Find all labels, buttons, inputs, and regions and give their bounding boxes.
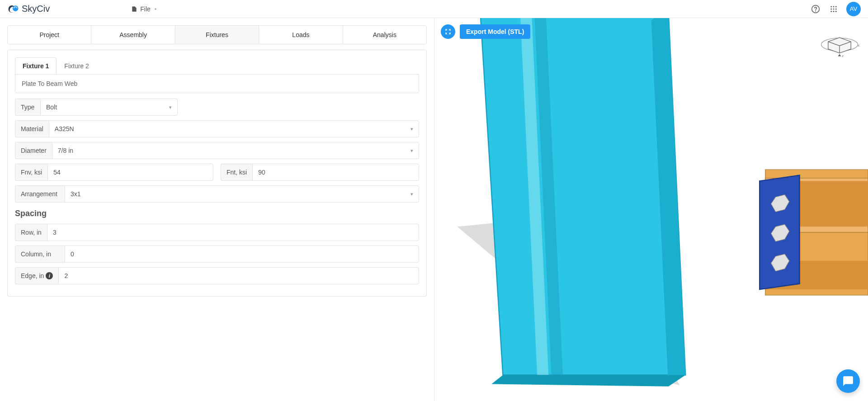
chevron-down-icon [153,7,158,11]
svg-point-5 [835,6,837,7]
help-button[interactable] [810,4,821,14]
chevron-down-icon: ▾ [410,126,413,132]
label-type: Type [15,99,40,116]
fixtures-panel: Fixture 1 Fixture 2 Plate To Beam Web Ty… [7,50,427,297]
main-layout: Project Assembly Fixtures Loads Analysis… [0,18,868,401]
svg-point-9 [830,10,832,12]
brand-logo: SkyCiv [7,3,50,15]
svg-point-4 [833,6,835,7]
tab-analysis[interactable]: Analysis [343,26,426,44]
tab-project[interactable]: Project [8,26,91,44]
input-row[interactable]: 3 [47,224,419,241]
field-diameter: Diameter 7/8 in ▾ [15,142,419,159]
help-icon [811,5,820,14]
brand-text: SkyCiv [22,4,50,14]
svg-point-6 [830,8,832,9]
label-row: Row, in [15,224,47,241]
svg-point-2 [816,10,816,11]
left-panel: Project Assembly Fixtures Loads Analysis… [0,18,434,401]
chevron-down-icon: ▾ [410,191,413,197]
svg-point-3 [830,6,832,7]
label-diameter: Diameter [15,142,52,159]
label-fnt: Fnt, ksi [221,164,252,181]
chat-icon [842,375,854,387]
subtab-fixture-2[interactable]: Fixture 2 [57,57,96,74]
svg-point-8 [835,8,837,9]
svg-point-0 [13,5,19,11]
skyciv-logo-icon [7,3,20,15]
export-model-button[interactable]: Export Model (STL) [460,24,530,39]
fixture-title: Plate To Beam Web [15,74,419,93]
spacing-heading: Spacing [15,209,419,218]
avatar-initials: AV [850,5,857,12]
field-fnv-fnt: Fnv, ksi 54 Fnt, ksi 90 [15,164,419,181]
input-fnt[interactable]: 90 [252,164,419,181]
chat-button[interactable] [836,369,860,393]
input-fnv[interactable]: 54 [47,164,213,181]
tab-assembly[interactable]: Assembly [91,26,175,44]
apps-grid-icon [830,5,838,13]
svg-point-7 [833,8,835,9]
field-type: Type Bolt ▾ [15,99,419,116]
field-column-spacing: Column, in 0 [15,245,419,263]
dropdown-type[interactable]: Bolt ▾ [40,99,178,116]
main-tabs: Project Assembly Fixtures Loads Analysis [7,25,427,44]
fullscreen-button[interactable] [441,24,455,39]
input-edge[interactable]: 2 [58,267,419,284]
dropdown-arrangement[interactable]: 3x1 ▾ [65,185,419,203]
topbar-right: AV [810,2,861,16]
user-avatar[interactable]: AV [846,2,861,16]
svg-marker-24 [491,375,685,386]
view-cube-icon: x z [819,26,860,59]
label-arrangement: Arrangement [15,185,65,203]
field-row-spacing: Row, in 3 [15,224,419,241]
svg-point-10 [833,10,835,12]
apps-button[interactable] [828,4,839,14]
tab-loads[interactable]: Loads [259,26,343,44]
label-edge: Edge, in i [15,267,58,284]
svg-text:x: x [858,43,860,47]
input-column[interactable]: 0 [65,245,419,263]
field-arrangement: Arrangement 3x1 ▾ [15,185,419,203]
chevron-down-icon: ▾ [169,104,172,110]
file-icon [131,6,137,12]
model-render [434,18,868,401]
viewport-3d[interactable]: Export Model (STL) x z [434,18,868,401]
view-cube[interactable]: x z [819,26,860,58]
file-menu[interactable]: File [131,5,158,13]
dropdown-material[interactable]: A325N ▾ [49,120,419,137]
dropdown-diameter[interactable]: 7/8 in ▾ [52,142,419,159]
label-material: Material [15,120,49,137]
topbar: SkyCiv File AV [0,0,868,18]
file-menu-label: File [140,5,151,13]
label-fnv: Fnv, ksi [15,164,47,181]
field-edge-spacing: Edge, in i 2 [15,267,419,284]
field-material: Material A325N ▾ [15,120,419,137]
svg-text:z: z [842,54,843,57]
label-column: Column, in [15,245,65,263]
chevron-down-icon: ▾ [410,148,413,154]
viewport-controls: Export Model (STL) [441,24,530,39]
info-icon[interactable]: i [46,272,53,279]
compress-icon [445,28,451,35]
svg-point-11 [835,10,837,12]
tab-fixtures[interactable]: Fixtures [175,26,259,44]
subtab-fixture-1[interactable]: Fixture 1 [15,57,57,74]
fixture-subtabs: Fixture 1 Fixture 2 [15,57,419,75]
